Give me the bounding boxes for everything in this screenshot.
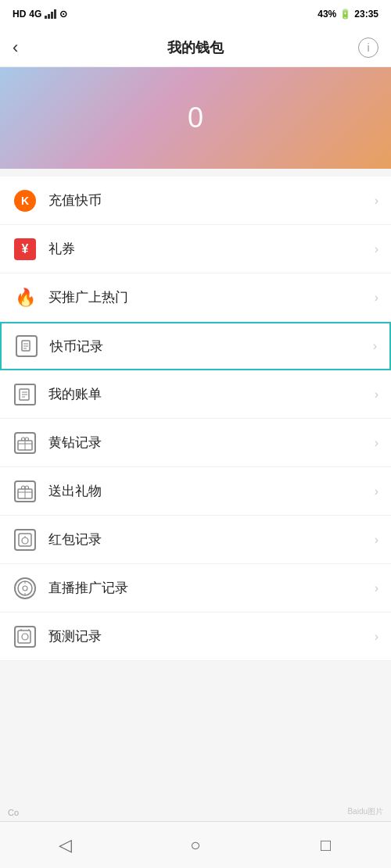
svg-point-18 [23,586,27,591]
status-bar: HD 4G ⊙ 43% 🔋 23:35 [0,0,391,28]
nav-recent-button[interactable]: □ [310,830,342,861]
arrow-icon-4: › [375,388,378,402]
predict-label: 预测记录 [48,627,375,645]
hot-label: 买推广上热门 [48,288,375,306]
menu-item-liquan[interactable]: ¥ 礼券 › [0,225,391,273]
menu-item-red-pocket[interactable]: 红包记录 › [0,516,391,564]
menu-item-kuaibi[interactable]: K 充值快币 › [0,177,391,225]
send-gift-label: 送出礼物 [48,482,375,500]
co-watermark: Co [8,808,19,817]
live-promo-label: 直播推广记录 [48,579,375,597]
wifi-icon: ⊙ [59,9,67,20]
nav-back-button[interactable]: ◁ [49,830,81,861]
bottom-nav-bar: ◁ ○ □ [0,821,391,868]
time-display: 23:35 [354,9,378,20]
arrow-icon-9: › [375,630,378,644]
arrow-icon-7: › [375,533,378,547]
liquan-icon: ¥ [13,237,38,262]
hot-icon: 🔥 [13,285,38,310]
info-button[interactable]: i [358,38,378,58]
hd-indicator: HD [13,9,26,20]
predict-icon [13,624,38,649]
red-pocket-label: 红包记录 [48,530,375,548]
menu-item-send-gift[interactable]: 送出礼物 › [0,467,391,516]
kuaibi-record-icon [14,334,39,359]
menu-item-kuaibi-record[interactable]: 快币记录 › [0,322,391,370]
arrow-icon-0: › [375,194,378,208]
liquan-label: 礼券 [48,240,375,258]
watermark: Baidu图片 [347,806,383,817]
menu-item-hot[interactable]: 🔥 买推广上热门 › [0,273,391,322]
balance-amount: 0 [188,102,203,134]
battery-icon: 🔋 [339,9,351,20]
arrow-icon-6: › [375,484,378,498]
arrow-icon-8: › [375,581,378,595]
yellow-diamond-label: 黄钻记录 [48,434,375,452]
network-indicator: 4G [29,9,41,20]
bill-icon [13,382,38,407]
kuaibi-label: 充值快币 [48,191,375,209]
menu-item-predict[interactable]: 预测记录 › [0,613,391,661]
live-promo-icon [13,576,38,601]
yellow-diamond-icon [13,430,38,455]
svg-point-15 [22,538,28,544]
arrow-icon-2: › [375,291,378,305]
arrow-icon-5: › [375,436,378,450]
nav-home-button[interactable]: ○ [180,830,211,861]
svg-point-22 [22,634,28,640]
menu-list: K 充值快币 › ¥ 礼券 › 🔥 买推广上热门 › [0,177,391,661]
menu-item-bill[interactable]: 我的账单 › [0,370,391,419]
battery-percent: 43% [317,9,336,20]
menu-item-live-promo[interactable]: 直播推广记录 › [0,564,391,613]
status-right: 43% 🔋 23:35 [317,9,378,20]
kuaibi-record-label: 快币记录 [50,338,373,355]
back-button[interactable]: ‹ [13,39,18,56]
red-pocket-icon [13,527,38,552]
balance-card: 0 [0,67,391,169]
signal-bars [45,9,56,19]
status-left: HD 4G ⊙ [13,9,67,20]
arrow-icon-1: › [375,242,378,256]
arrow-icon-3: › [373,339,377,353]
page-title: 我的钱包 [167,28,224,67]
header: ‹ 我的钱包 i [0,28,391,67]
menu-item-yellow-diamond[interactable]: 黄钻记录 › [0,419,391,467]
kuaibi-icon: K [13,188,38,213]
send-gift-icon [13,479,38,504]
bill-label: 我的账单 [48,385,375,403]
